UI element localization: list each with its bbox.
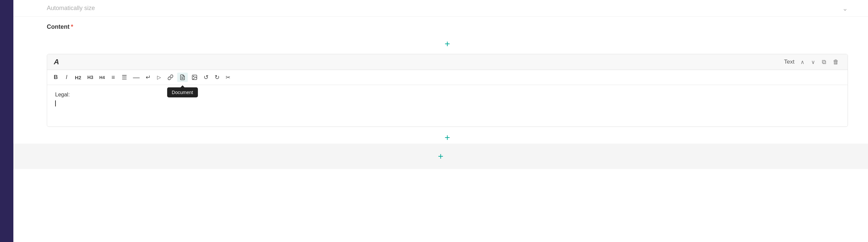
block-copy-button[interactable]: ⧉ bbox=[820, 58, 828, 66]
play-button[interactable]: ▷ bbox=[154, 73, 164, 82]
horizontal-rule-button[interactable]: — bbox=[131, 73, 142, 82]
text-block-container: A Text ∧ ∨ ⧉ 🗑 B I H2 H3 H4 ≡ ☰ — ↵ bbox=[47, 54, 848, 127]
scissors-button[interactable]: ✂ bbox=[223, 73, 232, 82]
top-add-button[interactable]: + bbox=[441, 38, 454, 50]
main-content: Automatically size ⌄ Content* + A Text ∧… bbox=[13, 0, 868, 242]
h3-button[interactable]: H3 bbox=[85, 73, 96, 82]
link-button[interactable] bbox=[165, 73, 176, 82]
enter-button[interactable]: ↵ bbox=[144, 73, 153, 82]
bold-button[interactable]: B bbox=[51, 73, 61, 82]
document-button[interactable] bbox=[177, 73, 188, 82]
bottom-add-row: + bbox=[47, 127, 848, 143]
svg-point-3 bbox=[193, 76, 194, 77]
unordered-list-button[interactable]: ☰ bbox=[119, 73, 129, 82]
bottom-add-button[interactable]: + bbox=[441, 132, 454, 143]
text-cursor bbox=[55, 101, 56, 106]
size-dropdown-text: Automatically size bbox=[47, 5, 95, 12]
size-row: Automatically size ⌄ bbox=[13, 0, 868, 17]
size-dropdown[interactable]: Automatically size ⌄ bbox=[47, 4, 848, 12]
editor-area[interactable]: Legal: bbox=[47, 85, 847, 127]
italic-button[interactable]: I bbox=[62, 73, 71, 82]
editor-line-1: Legal: bbox=[55, 92, 840, 98]
block-header-controls: Text ∧ ∨ ⧉ 🗑 bbox=[784, 58, 841, 66]
content-label-row: Content* bbox=[47, 23, 848, 30]
page-add-button[interactable]: + bbox=[435, 150, 447, 162]
editor-cursor-row bbox=[55, 101, 840, 106]
image-button[interactable] bbox=[189, 73, 200, 82]
h2-button[interactable]: H2 bbox=[72, 73, 84, 82]
page-add-row: + bbox=[13, 143, 868, 169]
block-move-down-button[interactable]: ∨ bbox=[809, 58, 817, 66]
text-block-header: A Text ∧ ∨ ⧉ 🗑 bbox=[47, 54, 847, 70]
block-type-icon: A bbox=[54, 58, 59, 66]
editor-toolbar: B I H2 H3 H4 ≡ ☰ — ↵ ▷ Document bbox=[47, 70, 847, 85]
document-button-wrapper: Document bbox=[177, 73, 188, 82]
block-move-up-button[interactable]: ∧ bbox=[799, 58, 806, 66]
content-label: Content* bbox=[47, 23, 73, 30]
content-section-wrapper: Content* + A Text ∧ ∨ ⧉ 🗑 B bbox=[13, 17, 868, 143]
chevron-down-icon: ⌄ bbox=[842, 4, 848, 12]
ordered-list-button[interactable]: ≡ bbox=[108, 73, 118, 82]
h4-button[interactable]: H4 bbox=[97, 73, 107, 82]
block-delete-button[interactable]: 🗑 bbox=[831, 58, 841, 66]
redo-button[interactable]: ↻ bbox=[212, 73, 222, 82]
block-type-label: Text bbox=[784, 59, 795, 65]
left-sidebar bbox=[0, 0, 13, 242]
top-add-row: + bbox=[47, 34, 848, 54]
undo-button[interactable]: ↺ bbox=[201, 73, 211, 82]
